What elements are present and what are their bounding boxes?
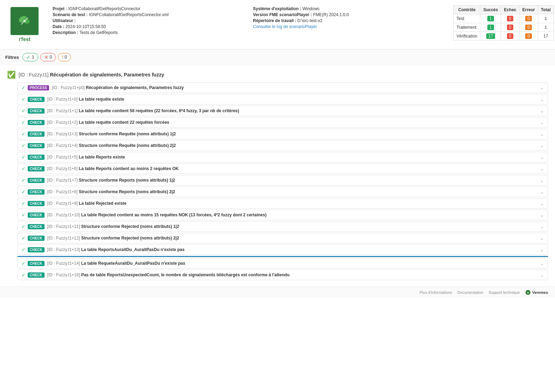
test-item[interactable]: ✓ CHECK [ID : Fuzzy.t1+14] La table Requ… [18,258,548,269]
test-item[interactable]: ✓ CHECK [ID : Fuzzy.t1+1] La table requê… [18,106,548,116]
chevron-down-icon[interactable]: ⌄ [540,96,544,102]
brand: V Veremes [525,290,548,295]
footer-link-docs[interactable]: Documentation [457,290,483,295]
stat-erreur: 0 [519,32,538,41]
chevron-down-icon[interactable]: ⌄ [540,224,544,229]
test-item[interactable]: ✓ CHECK [ID : Fuzzy.t1+3] Structure conf… [18,129,548,139]
chevron-down-icon[interactable]: ⌄ [540,131,544,137]
error-icon: ✕ [44,54,48,60]
item-badge: CHECK [28,166,45,171]
item-text: [ID : Fuzzy.t1+4] Structure conforme Req… [47,143,540,148]
chevron-down-icon[interactable]: ⌄ [540,108,544,114]
test-item[interactable]: ✓ CHECK [ID : Fuzzy.t1+9] La table Rejec… [18,198,548,209]
log-link-container: Consulter le log de scenarioPlayer [253,24,447,29]
item-badge: CHECK [28,178,45,183]
chevron-down-icon[interactable]: ⌄ [540,212,544,218]
item-text: [ID : Fuzzy.t1+2] La table requête conti… [47,120,540,125]
chevron-down-icon[interactable]: ⌄ [540,189,544,195]
item-badge: CHECK [28,155,45,160]
item-check-icon: ✓ [21,224,26,229]
item-badge: CHECK [28,247,45,252]
item-id: [ID : Fuzzy.t1+4] [47,143,79,148]
item-check-icon: ✓ [21,154,26,160]
item-description: La table Rejected existe [79,201,127,206]
test-item[interactable]: ✓ CHECK [ID : Fuzzy.t1+2] La table requê… [18,117,548,128]
stat-succes: 1 [480,23,501,32]
item-description: Structure conforme Reports (noms attribu… [79,178,175,183]
systeme-field: Système d'exploitation : Windows [253,6,447,11]
test-items-list: ✓ PROCESS [ID : Fuzzy.t1+p0] Récupératio… [18,82,548,280]
description-field: Description : Tests de GetReports [53,30,246,35]
stat-label: Vérification [454,32,480,41]
test-item[interactable]: ✓ CHECK [ID : Fuzzy.t1+10] La table Reje… [18,210,548,220]
group-success-icon: ✅ [7,70,16,79]
item-id: [ID : Fuzzy.t1+0] [47,97,79,102]
scroll-separator [18,256,548,257]
chevron-down-icon[interactable]: ⌄ [540,85,544,90]
filter-success[interactable]: ✓ 1 [22,53,38,61]
filter-error[interactable]: ✕ 0 [40,53,56,61]
chevron-down-icon[interactable]: ⌄ [540,235,544,241]
item-badge: CHECK [28,272,45,278]
header-info: Projet : IGNFCollaboratifGetReportsConne… [49,4,450,46]
item-text: [ID : Fuzzy.t1+14] La table RequeteAurai… [47,261,540,266]
test-item[interactable]: ✓ CHECK [ID : Fuzzy.t1+7] Structure conf… [18,175,548,185]
chevron-down-icon[interactable]: ⌄ [540,120,544,125]
stat-echec: 0 [501,32,519,41]
item-id: [ID : Fuzzy.t1+13] [47,247,81,252]
item-description: La table RequeteAuraitDu_AuraitPasDu n'e… [81,261,185,266]
test-item[interactable]: ✓ CHECK [ID : Fuzzy.t1+16] Pas de table … [18,270,548,280]
item-description: La table requête contient 22 requêtes fo… [79,120,169,125]
stats-table: Contrôle Succès Echec Erreur Total Test … [453,5,554,41]
stat-label: Test [454,14,480,23]
header-col-right: Système d'exploitation : Windows Version… [253,5,447,44]
item-id: [ID : Fuzzy.t1+12] [47,236,81,241]
warning-icon: ! [62,54,63,60]
item-id: [ID : Fuzzy.t1+14] [47,261,81,266]
test-item[interactable]: ✓ CHECK [ID : Fuzzy.t1+5] La table Repor… [18,152,548,162]
chevron-down-icon[interactable]: ⌄ [540,143,544,148]
test-item[interactable]: ✓ CHECK [ID : Fuzzy.t1+12] Structure con… [18,233,548,243]
test-group-header: ✅ [ID : Fuzzy.t1] Récupération de signal… [7,70,548,79]
chevron-down-icon[interactable]: ⌄ [540,272,544,278]
filters-label: Filtres [5,55,19,60]
item-badge: CHECK [28,143,45,148]
chevron-down-icon[interactable]: ⌄ [540,154,544,160]
test-item[interactable]: ✓ CHECK [ID : Fuzzy.t1+13] La table Repo… [18,244,548,255]
col-header-controle: Contrôle [454,6,480,14]
svg-text:V: V [527,291,529,295]
item-check-icon: ✓ [21,166,26,171]
chevron-down-icon[interactable]: ⌄ [540,261,544,266]
item-check-icon: ✓ [21,201,26,206]
main-content: ✅ [ID : Fuzzy.t1] Récupération de signal… [0,65,555,286]
success-icon: ✓ [26,54,31,60]
item-badge: CHECK [28,131,45,137]
test-item[interactable]: ✓ CHECK [ID : Fuzzy.t1+0] La table requê… [18,94,548,104]
scenario-field: Scénario de test : IGNFCollaboratifGetRe… [53,12,246,17]
test-item[interactable]: ✓ CHECK [ID : Fuzzy.t1+4] Structure conf… [18,140,548,151]
filter-warning[interactable]: ! 0 [58,53,71,61]
group-name: Récupération de signalements, Parametres… [50,72,164,77]
item-badge: CHECK [28,108,45,114]
logo-label: rTest [19,36,30,42]
item-badge: CHECK [28,212,45,218]
item-description: La table Reports contient au moins 2 req… [79,166,179,171]
test-item[interactable]: ✓ CHECK [ID : Fuzzy.t1+6] La table Repor… [18,163,548,174]
item-id: [ID : Fuzzy.t1+8] [47,189,79,194]
item-badge: CHECK [28,120,45,125]
log-link[interactable]: Consulter le log de scenarioPlayer [253,24,317,29]
col-header-total: Total [538,6,554,14]
item-description: La table ReportsAuraitDu_AuraitPasDu n'e… [81,247,184,252]
test-item[interactable]: ✓ PROCESS [ID : Fuzzy.t1+p0] Récupératio… [18,82,548,93]
chevron-down-icon[interactable]: ⌄ [540,166,544,171]
item-text: [ID : Fuzzy.t1+0] La table requête exist… [47,97,540,102]
chevron-down-icon[interactable]: ⌄ [540,201,544,206]
footer-link-support[interactable]: Support technique [488,290,520,295]
footer-link-plus[interactable]: Plus d'informations [420,290,452,295]
test-item[interactable]: ✓ CHECK [ID : Fuzzy.t1+11] Structure con… [18,221,548,232]
date-field: Date : 2024-10-10T15:58:50 [53,24,246,29]
chevron-down-icon[interactable]: ⌄ [540,177,544,183]
test-item[interactable]: ✓ CHECK [ID : Fuzzy.t1+8] Structure conf… [18,187,548,197]
item-check-icon: ✓ [21,247,26,252]
chevron-down-icon[interactable]: ⌄ [540,247,544,252]
